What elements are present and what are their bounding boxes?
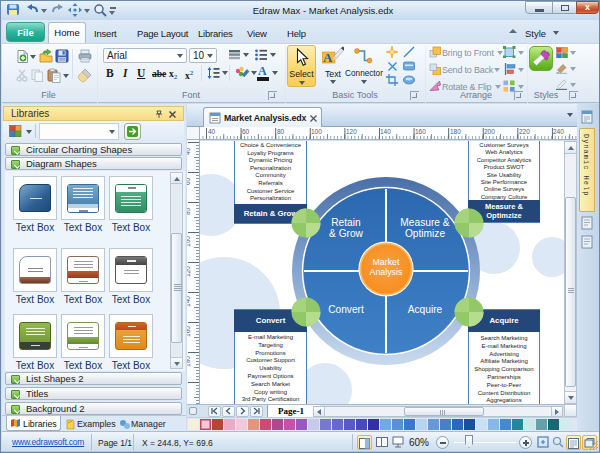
svg-text:A: A — [323, 50, 333, 65]
